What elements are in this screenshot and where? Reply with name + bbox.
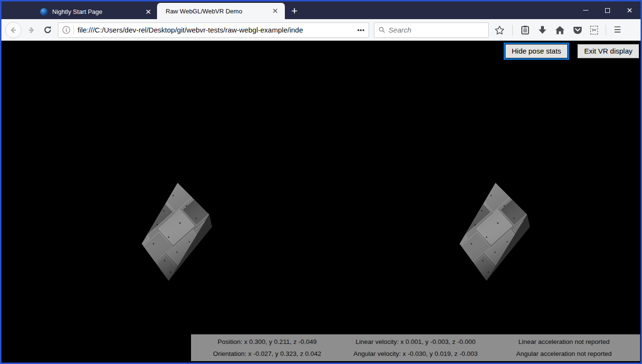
window-controls: ✕ [574,1,641,19]
bookmark-star-icon[interactable] [495,25,505,35]
browser-window: Nightly Start Page ✕ Raw WebGL/WebVR Dem… [0,0,642,364]
nightly-globe-icon [40,8,48,16]
angular-acceleration-stat: Angular acceleration not reported [516,350,612,357]
search-bar[interactable] [374,22,489,38]
vr-control-buttons: Hide pose stats Exit VR display [504,43,639,60]
back-arrow-icon [9,26,18,34]
webgl-cube-right-eye [458,181,531,283]
maximize-icon [605,8,610,13]
library-icon[interactable] [520,25,530,35]
tab-bar: Nightly Start Page ✕ Raw WebGL/WebVR Dem… [1,1,641,19]
linear-velocity-stat: Linear velocity: x 0.001, y -0.003, z -0… [356,338,476,345]
hide-pose-stats-button[interactable]: Hide pose stats [505,44,568,58]
toolbar-separator [512,25,513,35]
back-button[interactable] [5,22,22,38]
search-icon [379,26,385,33]
home-icon[interactable] [555,25,565,35]
exit-vr-display-button[interactable]: Exit VR display [577,44,639,58]
pose-stats-panel: Position: x 0.300, y 0.211, z -0.049 Lin… [191,334,640,361]
page-content: Hide pose stats Exit VR display [1,41,641,363]
urlbar-separator [73,25,74,35]
tab-title: Nightly Start Page [52,8,144,15]
tab-nightly-start-page[interactable]: Nightly Start Page ✕ [34,4,157,19]
toolbar-separator [606,25,606,35]
pocket-icon[interactable] [573,25,583,35]
download-icon[interactable] [538,25,547,35]
angular-velocity-stat: Angular velocity: x -0.030, y 0.019, z -… [353,350,478,357]
tab-close-icon[interactable]: ✕ [271,7,279,15]
webgl-cube-left-eye [140,181,213,283]
navigation-toolbar: file:///C:/Users/dev-rel/Desktop/git/web… [1,19,641,41]
maximize-button[interactable] [597,1,619,19]
page-info-icon[interactable] [62,26,70,34]
close-window-button[interactable]: ✕ [619,1,641,19]
minimize-button[interactable] [574,1,597,19]
close-icon: ✕ [627,6,633,15]
url-text[interactable]: file:///C:/Users/dev-rel/Desktop/git/web… [78,26,353,34]
tab-close-icon[interactable]: ✕ [144,8,152,16]
screenshot-icon[interactable]: ✂ [590,26,598,34]
position-stat: Position: x 0.300, y 0.211, z -0.049 [218,338,317,345]
tab-raw-webgl-webvr-demo[interactable]: Raw WebGL/WebVR Demo ✕ [157,3,285,19]
tab-title: Raw WebGL/WebVR Demo [166,8,271,15]
menu-icon[interactable]: ☰ [614,26,621,34]
reload-button[interactable] [41,22,54,38]
orientation-stat: Orientation: x -0.027, y 0.323, z 0.042 [213,350,321,357]
linear-acceleration-stat: Linear acceleration not reported [518,338,610,345]
forward-arrow-icon [27,26,35,34]
toolbar-icons: ✂ ☰ [495,25,621,35]
search-input[interactable] [389,26,484,34]
page-actions-icon[interactable]: ••• [357,27,365,33]
minimize-icon [583,10,588,11]
url-bar[interactable]: file:///C:/Users/dev-rel/Desktop/git/web… [58,22,369,38]
reload-icon [43,25,52,34]
new-tab-button[interactable]: + [285,3,304,19]
forward-button[interactable] [24,22,38,38]
